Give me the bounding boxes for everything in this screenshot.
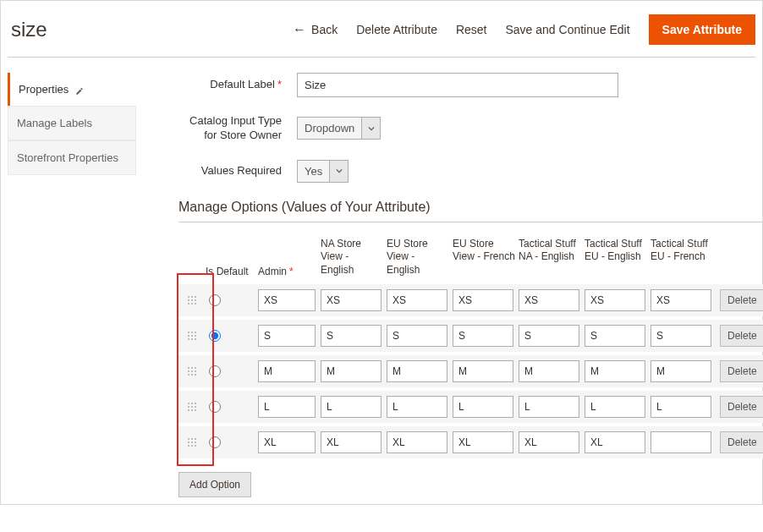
values-required-select[interactable]: Yes <box>297 160 349 183</box>
input-type-label: Catalog Input Type for Store Owner <box>178 114 297 143</box>
reset-button[interactable]: Reset <box>456 23 487 36</box>
store-value-input[interactable] <box>387 396 447 418</box>
delete-attribute-button[interactable]: Delete Attribute <box>356 23 437 36</box>
options-table: Is Default Admin* NA Store View - Englis… <box>178 238 763 458</box>
sidebar: Properties Manage Labels Storefront Prop… <box>8 73 136 497</box>
store-value-input[interactable] <box>453 325 513 347</box>
delete-option-button[interactable]: Delete <box>720 360 763 382</box>
option-row: Delete <box>178 284 763 316</box>
input-type-select[interactable]: Dropdown <box>297 117 381 140</box>
store-value-input[interactable] <box>321 325 382 347</box>
pencil-icon <box>75 85 84 94</box>
store-value-input[interactable] <box>387 431 447 453</box>
tab-label: Properties <box>19 83 69 96</box>
col-admin: Admin* <box>258 266 321 277</box>
col-store-5: Tactical Stuff EU - French <box>650 238 716 277</box>
add-option-button[interactable]: Add Option <box>178 472 251 497</box>
delete-option-button[interactable]: Delete <box>720 396 763 418</box>
store-value-input[interactable] <box>387 289 447 311</box>
store-value-input[interactable] <box>387 360 447 382</box>
option-row: Delete <box>178 426 763 458</box>
tab-storefront-properties[interactable]: Storefront Properties <box>8 140 136 175</box>
drag-handle-icon[interactable] <box>178 403 206 411</box>
is-default-radio[interactable] <box>209 330 221 342</box>
store-value-input[interactable] <box>321 431 382 453</box>
drag-handle-icon[interactable] <box>178 438 206 447</box>
delete-option-button[interactable]: Delete <box>720 325 763 347</box>
delete-option-button[interactable]: Delete <box>720 431 763 453</box>
col-is-default: Is Default <box>206 266 258 277</box>
store-value-input[interactable] <box>519 289 579 311</box>
page-title: size <box>8 18 47 41</box>
store-value-input[interactable] <box>585 360 645 382</box>
option-row: Delete <box>178 391 763 423</box>
col-store-2: EU Store View - French <box>453 238 519 277</box>
admin-value-input[interactable] <box>258 289 316 311</box>
page-header: size ←Back Delete Attribute Reset Save a… <box>8 8 755 58</box>
drag-handle-icon[interactable] <box>178 296 206 304</box>
chevron-down-icon[interactable] <box>330 160 349 183</box>
store-value-input[interactable] <box>650 360 711 382</box>
store-value-input[interactable] <box>519 431 579 453</box>
store-value-input[interactable] <box>453 360 513 382</box>
col-store-4: Tactical Stuff EU - English <box>585 238 650 277</box>
back-button[interactable]: ←Back <box>293 22 338 37</box>
divider <box>178 222 763 222</box>
store-value-input[interactable] <box>387 325 447 347</box>
store-value-input[interactable] <box>585 431 645 453</box>
save-continue-button[interactable]: Save and Continue Edit <box>506 23 630 36</box>
option-row: Delete <box>178 320 763 352</box>
store-value-input[interactable] <box>519 360 579 382</box>
tab-properties[interactable]: Properties <box>8 73 136 106</box>
admin-value-input[interactable] <box>258 360 316 382</box>
store-value-input[interactable] <box>321 360 382 382</box>
option-row: Delete <box>178 355 763 387</box>
col-store-1: EU Store View - English <box>387 238 453 277</box>
store-value-input[interactable] <box>453 396 513 418</box>
admin-value-input[interactable] <box>258 396 316 418</box>
chevron-down-icon[interactable] <box>362 117 381 140</box>
col-store-0: NA Store View - English <box>321 238 387 277</box>
store-value-input[interactable] <box>453 431 513 453</box>
store-value-input[interactable] <box>321 396 382 418</box>
store-value-input[interactable] <box>321 289 382 311</box>
is-default-radio[interactable] <box>209 436 221 448</box>
store-value-input[interactable] <box>585 325 645 347</box>
col-store-3: Tactical Stuff NA - English <box>519 238 585 277</box>
store-value-input[interactable] <box>585 396 645 418</box>
manage-options-title: Manage Options (Values of Your Attribute… <box>178 200 763 215</box>
drag-handle-icon[interactable] <box>178 332 206 340</box>
back-arrow-icon: ← <box>293 22 306 36</box>
values-required-label: Values Required <box>178 164 297 178</box>
store-value-input[interactable] <box>585 289 645 311</box>
store-value-input[interactable] <box>519 325 579 347</box>
default-label-label: Default Label* <box>178 78 297 92</box>
store-value-input[interactable] <box>453 289 513 311</box>
store-value-input[interactable] <box>650 396 711 418</box>
tab-manage-labels[interactable]: Manage Labels <box>8 106 136 140</box>
is-default-radio[interactable] <box>209 365 221 377</box>
admin-value-input[interactable] <box>258 325 316 347</box>
store-value-input[interactable] <box>650 289 711 311</box>
store-value-input[interactable] <box>519 396 579 418</box>
store-value-input[interactable] <box>650 325 711 347</box>
delete-option-button[interactable]: Delete <box>720 289 763 311</box>
admin-value-input[interactable] <box>258 431 316 453</box>
default-label-input[interactable] <box>297 73 618 97</box>
save-attribute-button[interactable]: Save Attribute <box>649 14 755 45</box>
is-default-radio[interactable] <box>209 294 221 306</box>
is-default-radio[interactable] <box>209 401 221 413</box>
store-value-input[interactable] <box>650 431 711 453</box>
drag-handle-icon[interactable] <box>178 367 206 376</box>
